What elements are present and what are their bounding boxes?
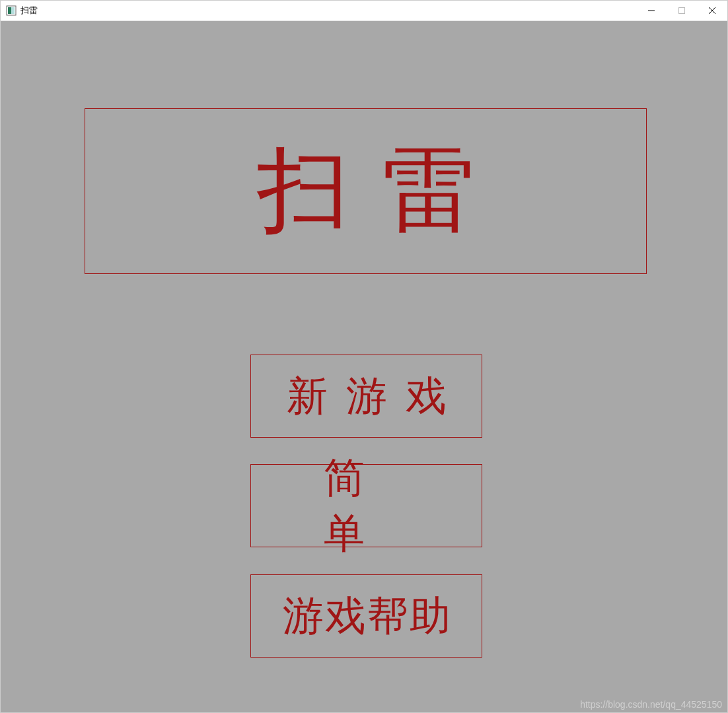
window-title: 扫雷	[20, 5, 38, 17]
difficulty-button[interactable]: 简单	[250, 464, 482, 547]
help-label: 游戏帮助	[281, 588, 452, 644]
titlebar: 扫雷	[1, 1, 727, 21]
watermark-text: https://blog.csdn.net/qq_44525150	[580, 699, 722, 710]
minimize-button[interactable]	[636, 1, 667, 20]
svg-rect-2	[11, 7, 15, 14]
new-game-button[interactable]: 新游戏	[250, 355, 482, 438]
game-title-box: 扫雷	[85, 108, 647, 274]
svg-rect-1	[8, 7, 11, 14]
app-window: 扫雷 扫雷 新游戏 简单 游戏帮助 https://blog.csdn.net/…	[0, 0, 728, 713]
window-controls	[636, 1, 727, 20]
game-title: 扫雷	[224, 129, 508, 254]
close-button[interactable]	[697, 1, 727, 20]
app-icon	[6, 5, 17, 16]
new-game-label: 新游戏	[268, 368, 465, 424]
client-area: 扫雷 新游戏 简单 游戏帮助 https://blog.csdn.net/qq_…	[1, 21, 727, 712]
maximize-button	[667, 1, 697, 20]
difficulty-label: 简单	[251, 450, 482, 561]
svg-rect-4	[679, 8, 685, 14]
help-button[interactable]: 游戏帮助	[250, 574, 482, 658]
